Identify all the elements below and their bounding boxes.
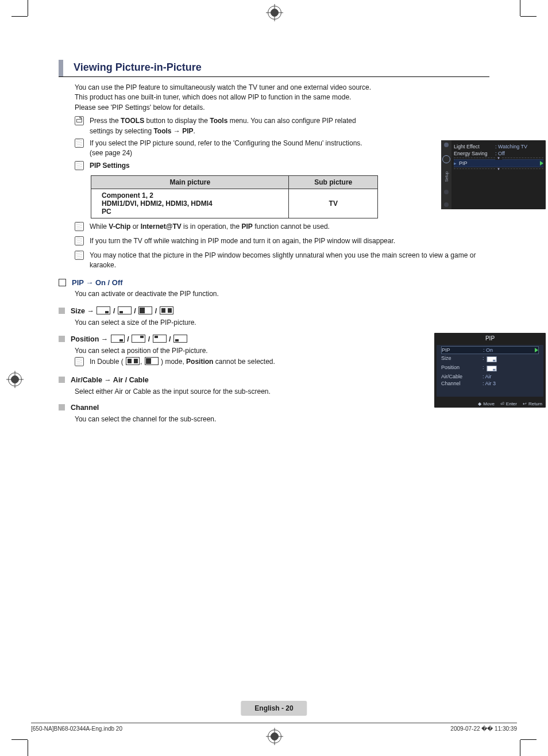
intro-paragraph: You can use the PIP feature to simultane… [75, 83, 373, 113]
note-icon [75, 222, 84, 231]
pip-double-icon [145, 357, 159, 365]
option-position-label: Position → / / / [71, 335, 188, 343]
note-icon [75, 161, 84, 170]
note-unnatural-text: You may notice that the picture in the P… [90, 251, 488, 271]
pip-pos-bl-icon [173, 335, 187, 343]
chevron-right-icon [540, 161, 543, 166]
table-sub-cell: TV [289, 189, 378, 218]
gray-square-icon [59, 336, 65, 342]
note-icon [75, 251, 84, 260]
crop-mark [520, 16, 537, 17]
note-tools: Press the TOOLS button to display the To… [75, 116, 368, 136]
pip-size-small-br-icon [97, 306, 110, 314]
subsection-pip-onoff: PIP → On / Off [59, 278, 489, 287]
section-heading-row: Viewing Picture-in-Picture [59, 60, 489, 77]
print-footer: [650-NA]BN68-02344A-Eng.indb 20 2009-07-… [31, 723, 517, 732]
updown-icon: ◆ [478, 401, 481, 406]
note-tools-text: Press the TOOLS button to display the To… [90, 116, 368, 136]
crop-mark [520, 0, 520, 16]
subsection-title: PIP → On / Off [72, 278, 123, 287]
note-icon [75, 236, 84, 245]
pip-pos-br-icon [111, 335, 125, 343]
osd-setup-menu: Setup Light Effect: Watching TV Energy S… [441, 140, 546, 209]
osd-setup-tabs: Setup [441, 140, 451, 209]
gray-square-icon [59, 377, 65, 383]
pip-pos-tl-icon [153, 335, 167, 343]
crop-mark [520, 740, 520, 756]
crop-mark [520, 739, 537, 740]
option-size-body: You can select a size of the PIP-picture… [75, 317, 489, 328]
note-tvoff: If you turn the TV off while watching in… [75, 236, 488, 248]
table-header-main: Main picture [91, 175, 289, 189]
heading-accent-bar [59, 60, 63, 76]
note-icon [75, 139, 84, 148]
page-number-pill: English - 20 [241, 701, 307, 716]
osd-setup-body: Light Effect: Watching TV Energy Saving:… [454, 144, 543, 170]
position-note-text: In Double ( , ) mode, Position cannot be… [90, 357, 275, 369]
enter-icon: ⏎ [500, 401, 504, 406]
option-aircable-body: Select either Air or Cable as the input … [75, 386, 489, 397]
registration-mark [268, 6, 281, 20]
option-size-row: Size → / / / [59, 306, 489, 315]
osd-pip-title: PIP [434, 333, 546, 345]
gear-icon [442, 155, 450, 163]
table-main-cell: Component 1, 2 HDMI1/DVI, HDMI2, HDMI3, … [91, 189, 289, 218]
notes-list-lower: While V-Chip or Internet@TV is in operat… [75, 222, 489, 271]
note-sound-text: If you select the PIP picture sound, ref… [90, 139, 368, 159]
option-position-row: Position → / / / [59, 335, 489, 343]
footer-timestamp: 2009-07-22 �� 11:30:39 [450, 726, 517, 732]
osd-setup-selected-pip: ▸ PIP [454, 159, 543, 167]
pip-settings-heading: PIP Settings [75, 161, 368, 173]
osd-pip-menu: PIP PIP: On Size: Position: Air/Cable: A… [434, 333, 546, 408]
hollow-square-icon [59, 279, 66, 286]
option-aircable-row: Air/Cable → Air / Cable [59, 376, 489, 384]
pip-size-double-side-icon [160, 306, 173, 314]
option-position-body: You can select a position of the PIP-pic… [75, 346, 489, 369]
option-size-label: Size → / / / [71, 306, 174, 315]
note-tvoff-text: If you turn the TV off while watching in… [90, 236, 395, 248]
note-vchip-text: While V-Chip or Internet@TV is in operat… [90, 222, 330, 234]
registration-mark [8, 373, 22, 386]
section-heading: Viewing Picture-in-Picture [74, 60, 202, 76]
chevron-right-icon [535, 348, 538, 352]
pip-double-icon [126, 357, 140, 365]
osd-tab-dot [444, 143, 449, 147]
pip-settings-table: Main picture Sub picture Component 1, 2 … [91, 175, 378, 218]
crop-mark [28, 0, 28, 16]
option-channel-body: You can select the channel for the sub-s… [75, 414, 489, 424]
page-content: Viewing Picture-in-Picture You can use t… [59, 60, 489, 424]
osd-pip-body: PIP: On Size: Position: Air/Cable: Air C… [437, 345, 543, 397]
osd-tab-dot [444, 202, 449, 207]
option-channel-label: Channel [71, 404, 99, 412]
footer-filename: [650-NA]BN68-02344A-Eng.indb 20 [31, 726, 122, 732]
option-aircable-label: Air/Cable → Air / Cable [71, 376, 149, 384]
note-sound: If you select the PIP picture sound, ref… [75, 139, 368, 159]
crop-mark [28, 740, 28, 756]
pip-settings-label: PIP Settings [90, 161, 130, 173]
manual-page: Viewing Picture-in-Picture You can use t… [0, 0, 548, 756]
return-icon: ↩ [523, 401, 527, 406]
table-header-sub: Sub picture [289, 175, 378, 189]
osd-setup-tab-label: Setup [445, 171, 449, 182]
crop-mark [11, 16, 28, 17]
gray-square-icon [59, 308, 65, 314]
osd-footer-hints: ◆Move ⏎Enter ↩Return [478, 401, 542, 406]
pip-size-small-bl-icon [118, 306, 132, 314]
pip-pos-tr-icon [132, 335, 145, 343]
subsection-pip-onoff-body: You can activate or deactivate the PIP f… [75, 289, 368, 299]
option-channel-row: Channel [59, 404, 489, 412]
crop-mark [11, 739, 28, 740]
tools-icon [75, 116, 84, 125]
osd-pip-selected: PIP: On [441, 346, 539, 354]
pip-size-double-vert-icon [138, 306, 152, 314]
gray-square-icon [59, 404, 65, 410]
note-vchip: While V-Chip or Internet@TV is in operat… [75, 222, 488, 234]
note-unnatural: You may notice that the picture in the P… [75, 251, 488, 271]
notes-list: Press the TOOLS button to display the To… [75, 116, 489, 173]
osd-tab-dot [444, 190, 449, 194]
note-icon [75, 357, 84, 366]
